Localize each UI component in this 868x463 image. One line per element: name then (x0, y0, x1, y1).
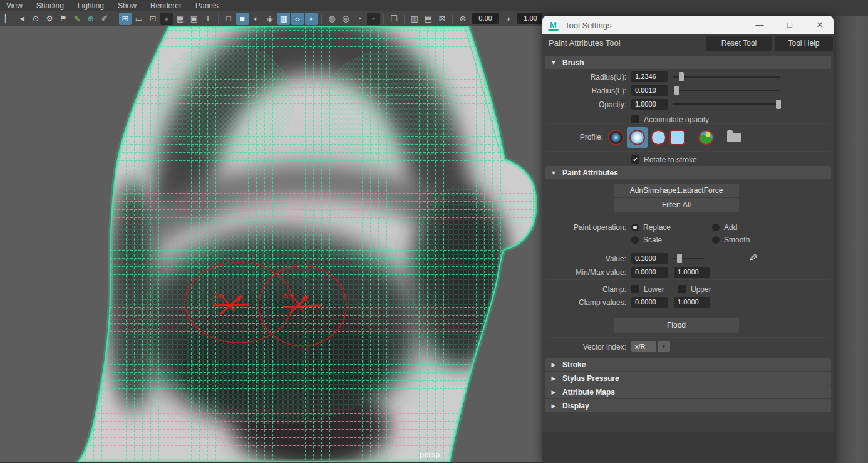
flat-shade-icon[interactable]: ◐ (250, 13, 262, 25)
depth-of-field-icon[interactable]: ◔ (353, 13, 366, 25)
exposure-icon[interactable]: ⊛ (457, 13, 469, 25)
profile-soft-selected[interactable] (627, 127, 648, 148)
paint-operation-row-2: Scale Smooth (545, 233, 831, 246)
stylus-pressure-section-header[interactable]: ▶ Stylus Pressure (545, 372, 831, 385)
wireframe-icon[interactable]: □ (222, 13, 235, 25)
opacity-slider[interactable] (673, 103, 780, 105)
menu-renderer[interactable]: Renderer (150, 1, 190, 10)
grease-pencil-icon[interactable]: ✎ (71, 13, 83, 25)
resolution-gate-icon[interactable]: ⊡ (147, 13, 159, 25)
pan-zoom-icon[interactable]: ⊕ (85, 13, 97, 25)
panel-menubar: View Shading Lighting Show Renderer Pane… (0, 0, 868, 11)
radius-l-label: Radius(L): (545, 86, 631, 95)
profile-square-icon[interactable] (669, 130, 685, 145)
contrast-icon[interactable]: ◑ (502, 13, 514, 25)
scale-radio[interactable] (631, 236, 639, 244)
perspective-viewport[interactable]: Sm Sm persp (0, 26, 542, 462)
browse-profile-folder-icon[interactable] (727, 133, 741, 142)
clamp-max-field[interactable]: 1.0000 (674, 297, 710, 308)
gamma-field[interactable]: 1.00 (517, 13, 542, 24)
gate-mask-icon[interactable]: ● (160, 13, 173, 25)
isolate-select-icon[interactable]: ▥ (408, 13, 421, 25)
value-slider[interactable] (673, 258, 704, 259)
min-value-field[interactable]: 0.0000 (631, 267, 668, 278)
lock-camera-icon[interactable]: ⊙ (29, 13, 42, 25)
radius-l-row: Radius(L): 0.0010 (545, 84, 831, 97)
field-chart-icon[interactable]: ▦ (174, 13, 187, 25)
max-value-field[interactable]: 1.0000 (674, 267, 710, 278)
slider-handle[interactable] (677, 254, 682, 263)
dropdown-arrow-icon[interactable]: ▼ (658, 341, 670, 352)
menu-lighting[interactable]: Lighting (78, 1, 113, 10)
filter-button[interactable]: Filter: All (614, 198, 739, 212)
hud-text-icon[interactable]: T (202, 13, 214, 25)
brush-section-header[interactable]: ▼ Brush (545, 56, 831, 69)
attribute-maps-title: Attribute Maps (562, 388, 615, 397)
slider-handle[interactable] (679, 72, 684, 81)
rotate-stroke-label: Rotate to stroke (644, 155, 697, 164)
accumulate-checkbox[interactable] (631, 115, 639, 123)
radius-u-field[interactable]: 1.2346 (631, 71, 668, 82)
smooth-radio[interactable] (712, 236, 720, 244)
vector-index-label: Vector index: (545, 343, 631, 351)
stroke-section-header[interactable]: ▶ Stroke (545, 358, 831, 371)
shadows-icon[interactable]: ◗ (305, 13, 318, 25)
divider (545, 279, 831, 280)
minimize-button[interactable]: — (749, 16, 770, 34)
grid-icon[interactable]: ⊞ (119, 13, 132, 25)
smooth-shade-icon[interactable]: ■ (236, 13, 249, 25)
slider-handle[interactable] (674, 86, 679, 95)
divider (545, 216, 831, 216)
expand-arrow-icon: ▶ (545, 375, 562, 382)
exposure-field[interactable]: 0.00 (472, 13, 499, 24)
ssao-icon[interactable]: ◍ (326, 13, 338, 25)
grab-handle-icon[interactable]: ▏ (2, 13, 14, 25)
profile-image-icon[interactable] (698, 130, 714, 145)
lighting-icon[interactable]: ☼ (291, 13, 304, 25)
rotate-stroke-checkbox[interactable]: ✔ (631, 155, 639, 164)
clamp-lower-checkbox[interactable] (631, 285, 639, 293)
textured-icon[interactable]: ◈ (264, 13, 276, 25)
camera-plate-icon[interactable]: ▪ (367, 13, 380, 25)
clamp-min-field[interactable]: 0.0000 (631, 297, 668, 308)
radius-l-slider[interactable] (673, 90, 780, 91)
image-plane-icon[interactable]: ▣ (188, 13, 200, 25)
opacity-field[interactable]: 1.0000 (631, 99, 668, 110)
attribute-maps-section-header[interactable]: ▶ Attribute Maps (545, 385, 831, 398)
menu-show[interactable]: Show (118, 1, 145, 10)
object-selection-icon[interactable]: ☐ (388, 13, 400, 25)
window-titlebar[interactable]: M Tool Settings — □ ✕ (542, 16, 834, 34)
film-gate-icon[interactable]: ▭ (133, 13, 145, 25)
select-camera-icon[interactable]: ◄ (16, 13, 28, 25)
vector-index-dropdown[interactable]: x/R (631, 341, 656, 352)
menu-shading[interactable]: Shading (36, 1, 73, 10)
profile-solid-icon[interactable] (651, 130, 666, 145)
radius-u-slider[interactable] (673, 76, 780, 78)
two-d-pan-icon[interactable]: ✐ (98, 13, 111, 25)
export-view-icon[interactable]: ⊠ (436, 13, 448, 25)
replace-radio[interactable] (631, 224, 639, 231)
reset-tool-button[interactable]: Reset Tool (706, 36, 772, 51)
tool-header-bar: Paint Attributes Tool Reset Tool Tool He… (542, 34, 834, 53)
tool-help-button[interactable]: Tool Help (775, 36, 833, 51)
menu-panels[interactable]: Panels (195, 1, 227, 10)
add-radio[interactable] (712, 224, 720, 231)
default-material-icon[interactable]: ▩ (277, 13, 290, 25)
radius-l-field[interactable]: 0.0010 (631, 85, 668, 96)
maximize-button[interactable]: □ (779, 16, 800, 34)
menu-view[interactable]: View (6, 1, 31, 10)
slider-handle[interactable] (776, 100, 781, 109)
isolate-add-icon[interactable]: ▤ (422, 13, 435, 25)
profile-gaussian-icon[interactable] (608, 130, 624, 145)
close-button[interactable]: ✕ (809, 16, 830, 34)
value-field[interactable]: 0.1000 (631, 253, 668, 264)
clamp-upper-checkbox[interactable] (678, 285, 686, 293)
attribute-select-button[interactable]: AdnSimshape1.attractForce (614, 184, 739, 197)
bookmark-icon[interactable]: ⚑ (57, 13, 70, 25)
flood-button[interactable]: Flood (614, 318, 739, 333)
paint-attributes-section-header[interactable]: ▼ Paint Attributes (545, 166, 831, 179)
eyedropper-icon[interactable]: ✎ (748, 251, 758, 264)
camera-attributes-icon[interactable]: ⚙ (43, 13, 56, 25)
display-section-header[interactable]: ▶ Display (545, 399, 831, 412)
motion-blur-icon[interactable]: ◎ (339, 13, 352, 25)
